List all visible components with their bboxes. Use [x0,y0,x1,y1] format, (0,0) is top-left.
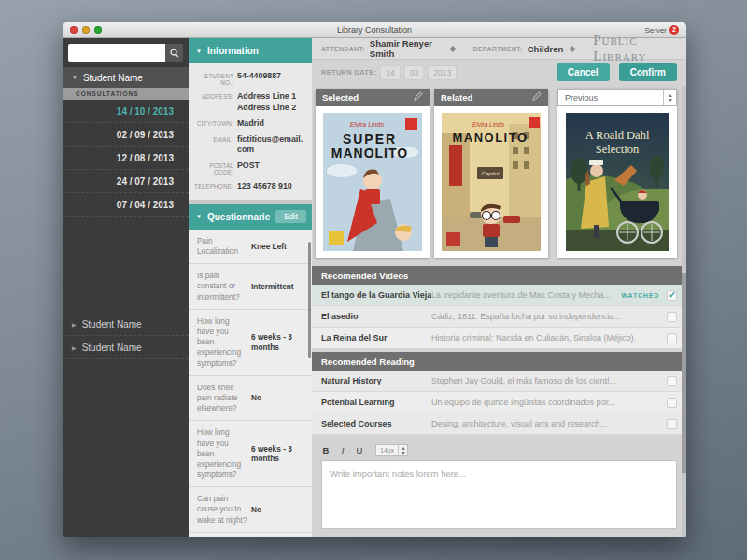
question-row: How long have you been experiencing symp… [189,421,312,487]
reading-row[interactable]: Potential Learning Un equipo de quince l… [312,392,686,413]
edit-pencil-icon[interactable] [531,91,542,104]
dropdown-stepper-icon[interactable] [663,90,676,105]
reading-row[interactable]: Selected Courses Desing, architecture, v… [312,413,686,435]
video-row[interactable]: La Reina del Sur Historia criminal: Naci… [312,328,686,349]
questionnaire-scrollbar[interactable] [308,242,311,358]
field-label [191,103,237,113]
reading-title: Selected Courses [312,419,431,428]
sidebar-item-student-expanded[interactable]: ▼ Student Name [63,67,189,88]
question-row: Is pain constant or intermittent?Intermi… [189,264,312,310]
cancel-button[interactable]: Cancel [557,63,610,81]
previous-book-cover[interactable]: A Roald Dahl Selection [557,106,677,258]
chevron-down-icon: ▼ [196,214,202,219]
notes-input[interactable] [321,460,677,529]
field-label: POSTAL CODE: [191,161,237,175]
question-text: Can pain cause you to wake at night? [197,494,251,525]
video-row[interactable]: El tango de la Guardia Vieja La trepidan… [312,285,686,306]
edit-button[interactable]: Edit [275,210,306,223]
answer-text: Knee Left [251,242,303,252]
search-icon [170,49,179,58]
sidebar-item-student-collapsed[interactable]: ▶ Student Name [63,336,189,359]
italic-button[interactable]: I [338,445,347,455]
video-title: El asedio [312,312,431,321]
font-size-value: 14px [376,447,398,454]
question-row: Have you had an accute injury?No [189,533,312,537]
field-value: POST [237,161,260,175]
underline-button[interactable]: U [355,445,364,455]
reading-description: Stephen Jay Gould, el más famoso de los … [431,376,667,385]
related-label: Related [441,92,472,103]
sidebar-item-student-collapsed[interactable]: ▶ Student Name [63,313,189,336]
video-checkbox[interactable] [667,312,677,322]
bold-button[interactable]: B [321,445,331,455]
consultation-date[interactable]: 12 / 08 / 2013 [63,147,189,170]
reading-header: Recomended Reading [312,352,686,371]
related-book-cover[interactable]: Elvira Lindo MANOLITO Capitol [434,106,548,258]
question-text: How long have you been experiencing symp… [197,427,251,480]
search-button[interactable] [165,44,183,62]
question-row: Does knee pain radiate elsewhere?No [189,376,312,422]
answer-text: 6 weeks - 3 months [251,332,303,353]
field-label: ADDRESS: [191,91,237,102]
information-header[interactable]: ▼ Information [189,38,312,63]
cover-title-line1: SUPER [343,132,397,147]
attendant-label: ATTENDANT: [321,46,365,52]
reading-checkbox[interactable] [667,419,677,429]
detail-panel: ▼ Information STUDENT NO.:54-4409887 ADD… [189,38,312,537]
reading-checkbox[interactable] [667,376,677,386]
books-section: Selected Elvira Lindo [312,85,686,263]
department-select[interactable]: Children [528,44,564,54]
field-value: Address Line 2 [237,103,296,113]
video-checkbox[interactable] [667,333,677,343]
server-badge[interactable]: 2 [669,25,679,35]
font-size-stepper-icon[interactable] [398,445,407,455]
selected-book-header: Selected [316,89,430,106]
return-month-field[interactable]: 03 [404,65,424,80]
related-book-card: Related [434,89,548,258]
consultation-date[interactable]: 14 / 10 / 2013 [63,100,189,123]
selected-label: Selected [322,92,359,103]
main-panel: ATTENDANT: Shamir Renyer Smith DEPARTMEN… [312,38,686,537]
app-window: Library Consultation Server 2 [63,22,686,537]
stepper-icon[interactable] [570,46,575,52]
question-row: How long have you been experiencing symp… [189,310,312,376]
answer-text: 6 weeks - 3 months [251,444,303,465]
field-label: CITY/TOWN: [191,119,237,129]
answer-text: No [251,505,303,515]
attendant-select[interactable]: Shamir Renyer Smith [370,38,444,59]
answer-text: Intermittent [251,282,303,292]
chevron-right-icon: ▶ [72,344,77,351]
video-description: Historia criminal: Nacida en Culiacán, S… [431,333,667,343]
return-day-field[interactable]: 24 [380,65,400,80]
consultation-date[interactable]: 02 / 09 / 2013 [63,123,189,147]
field-value: 54-4409887 [237,71,281,86]
main-scrollbar[interactable] [682,86,686,537]
return-date-bar: RETURN DATE: 24 03 2013 Cancel Confirm [312,60,686,85]
reading-checkbox[interactable] [667,398,677,408]
sidebar: ▼ Student Name CONSULTATIONS 14 / 10 / 2… [63,38,189,537]
edit-pencil-icon[interactable] [413,91,423,104]
return-year-field[interactable]: 2013 [428,65,457,80]
cover-title-line2: MANOLITO [331,146,408,161]
selected-book-cover[interactable]: Elvira Lindo SUPER MANOLITO [316,106,430,258]
search-input[interactable] [68,44,165,62]
video-description: Cádiz, 1811. España lucha por su indepen… [431,312,667,321]
video-title: La Reina del Sur [312,333,431,343]
video-checkbox[interactable] [667,290,677,301]
question-row: Pain LocalizationKnee Left [189,230,312,264]
font-size-select[interactable]: 14px [375,444,408,456]
information-title: Information [207,46,259,56]
consultation-date[interactable]: 24 / 07 / 2013 [63,170,189,193]
questionnaire-header[interactable]: ▼ Questionnarie Edit [189,204,312,230]
reading-row[interactable]: Natural History Stephen Jay Gould, el má… [312,371,686,392]
field-label: TELEPHONE: [191,181,237,191]
video-row[interactable]: El asedio Cádiz, 1811. España lucha por … [312,306,686,328]
selected-book-card: Selected Elvira Lindo [316,89,430,258]
confirm-button[interactable]: Confirm [619,63,677,81]
consultation-date[interactable]: 07 / 04 / 2013 [63,193,189,217]
question-text: How long have you been experiencing symp… [197,316,251,369]
video-title: El tango de la Guardia Vieja [312,290,431,300]
stepper-icon[interactable] [450,46,456,52]
previous-dropdown[interactable]: Previous [557,89,677,106]
attendant-bar: ATTENDANT: Shamir Renyer Smith DEPARTMEN… [312,38,686,60]
